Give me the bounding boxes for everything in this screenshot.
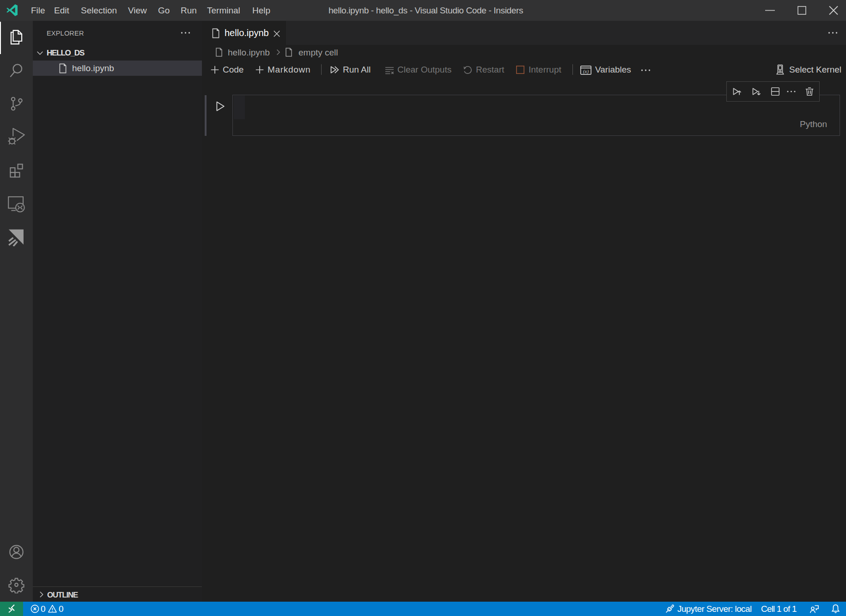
svg-text:(x): (x) <box>583 68 589 74</box>
